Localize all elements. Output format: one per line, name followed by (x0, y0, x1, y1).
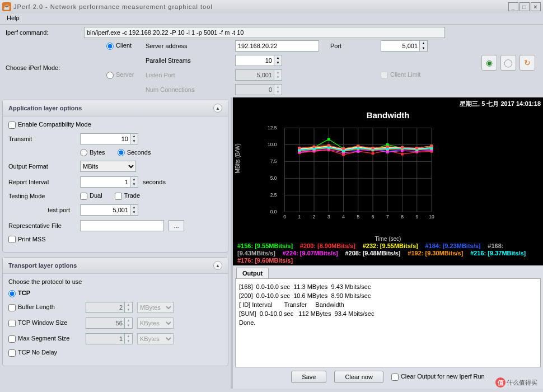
save-button[interactable]: Save (291, 371, 326, 383)
test-port-label: test port (8, 207, 76, 213)
output-format-label: Output Format (8, 163, 76, 170)
num-connections-label: Num Connections (146, 86, 230, 93)
chart-plot: 0.02.55.07.510.012.5123456789100 (264, 123, 437, 223)
svg-text:5: 5 (357, 214, 359, 220)
svg-text:10.0: 10.0 (268, 142, 277, 147)
svg-text:4: 4 (342, 214, 345, 220)
buffer-length-checkbox[interactable]: Buffer Length (8, 304, 81, 311)
clear-now-button[interactable]: Clear now (334, 371, 383, 383)
svg-rect-90 (386, 151, 389, 153)
svg-rect-124 (298, 147, 301, 150)
svg-text:8: 8 (401, 214, 404, 220)
svg-text:2: 2 (313, 214, 316, 220)
iperf-command-label: Iperf command: (6, 29, 78, 36)
svg-text:0.0: 0.0 (270, 209, 277, 214)
title-bar: ☕ JPerf 2.0 - Network performance measur… (0, 0, 543, 13)
java-icon: ☕ (2, 2, 11, 11)
tcp-window-unit: KBytes (137, 318, 174, 329)
rep-file-input[interactable] (80, 220, 164, 231)
parallel-streams-spinner[interactable]: ▲▼ (235, 55, 325, 66)
svg-text:5.0: 5.0 (270, 175, 277, 181)
chart-timestamp: 星期三, 5 七月 2017 14:01:18 (235, 100, 541, 108)
transport-options-header[interactable]: Transport layer options▲ (3, 258, 228, 274)
listen-port-spinner: ▲▼ (235, 69, 325, 81)
chart-legend: #156: [9.55MBits/s] #200: [8.90MBits/s] … (237, 242, 539, 264)
svg-rect-125 (313, 146, 316, 148)
bytes-radio[interactable]: Bytes (80, 149, 105, 157)
watermark: 值什么值得买 (495, 377, 537, 388)
svg-text:12.5: 12.5 (268, 125, 277, 130)
output-textarea[interactable]: [168] 0.0-10.0 sec 11.3 MBytes 9.43 Mbit… (235, 278, 541, 367)
max-segment-spinner: ▲▼ (86, 333, 133, 344)
print-mss-checkbox[interactable]: Print MSS (8, 236, 46, 244)
svg-text:9: 9 (415, 214, 418, 220)
app-options-header[interactable]: Application layer options▲ (3, 100, 228, 116)
svg-rect-51 (401, 153, 404, 156)
client-radio[interactable]: Client (106, 42, 132, 49)
output-format-select[interactable]: MBits (80, 161, 136, 172)
options-pane: Application layer options▲ Enable Compat… (0, 97, 231, 389)
svg-text:2.5: 2.5 (270, 192, 277, 198)
parallel-streams-label: Parallel Streams (146, 57, 230, 64)
tcp-radio[interactable]: TCP (8, 290, 30, 297)
report-interval-label: Report Interval (8, 179, 76, 185)
svg-rect-49 (372, 152, 375, 155)
client-limit-checkbox: Client Limit (381, 71, 448, 79)
seconds-radio[interactable]: Seconds (118, 149, 151, 157)
svg-rect-130 (386, 146, 389, 148)
window-title: JPerf 2.0 - Network performance measurem… (13, 3, 213, 10)
tcp-window-spinner: ▲▼ (86, 318, 133, 329)
svg-rect-36 (327, 138, 330, 141)
help-menu[interactable]: Help (3, 13, 23, 22)
compat-mode-checkbox[interactable]: Enable Compatibility Mode (8, 121, 91, 129)
svg-rect-133 (430, 144, 433, 147)
run-button[interactable]: ◉ (481, 55, 497, 71)
svg-rect-131 (401, 146, 404, 149)
minimize-button[interactable]: _ (508, 2, 518, 11)
svg-text:6: 6 (372, 214, 375, 220)
server-radio[interactable]: Server (106, 71, 134, 78)
server-address-input[interactable] (235, 40, 319, 52)
transmit-spinner[interactable]: ▲▼ (80, 133, 138, 144)
listen-port-label: Listen Port (146, 72, 230, 78)
tcp-window-checkbox[interactable]: TCP Window Size (8, 319, 81, 327)
iperf-command-input[interactable] (84, 27, 445, 38)
browse-file-button[interactable]: ... (168, 220, 184, 231)
choose-mode-label: Choose iPerf Mode: (6, 64, 78, 71)
chart-xlabel: Time (sec) (375, 236, 401, 242)
svg-rect-129 (372, 147, 375, 150)
buffer-length-unit: MBytes (137, 302, 174, 313)
testing-mode-label: Testing Mode (8, 193, 76, 199)
buffer-length-spinner: ▲▼ (86, 302, 133, 313)
svg-rect-127 (342, 147, 345, 150)
server-address-label: Server address (146, 43, 230, 49)
svg-rect-88 (357, 150, 359, 153)
menu-bar: Help (0, 13, 543, 25)
svg-text:10: 10 (429, 214, 434, 220)
max-segment-checkbox[interactable]: Max Segment Size (8, 335, 81, 343)
svg-text:7.5: 7.5 (270, 158, 277, 164)
tcp-no-delay-checkbox[interactable]: TCP No Delay (8, 349, 57, 357)
test-port-spinner[interactable]: ▲▼ (80, 204, 138, 216)
restart-button[interactable]: ↻ (519, 55, 535, 71)
chart-title: Bandwidth (235, 110, 541, 120)
num-connections-spinner: ▲▼ (235, 84, 325, 95)
dual-checkbox[interactable]: Dual (80, 192, 102, 200)
close-button[interactable]: × (531, 2, 541, 11)
maximize-button[interactable]: □ (519, 2, 530, 11)
rep-file-label: Representative File (8, 222, 76, 229)
stop-button[interactable]: ◯ (500, 55, 516, 71)
clear-output-checkbox[interactable]: Clear Output for new Iperf Run (391, 373, 485, 381)
chevron-up-icon: ▲ (213, 261, 222, 270)
trade-checkbox[interactable]: Trade (115, 192, 140, 200)
output-tab[interactable]: Output (236, 268, 269, 278)
svg-rect-126 (327, 144, 330, 147)
report-interval-spinner[interactable]: ▲▼ (80, 176, 138, 188)
chevron-up-icon: ▲ (213, 104, 222, 113)
port-spinner[interactable]: ▲▼ (381, 40, 448, 52)
svg-text:7: 7 (386, 214, 389, 220)
max-segment-unit: KBytes (137, 333, 174, 344)
choose-protocol-label: Choose the protocol to use (8, 278, 222, 285)
port-label: Port (330, 43, 375, 49)
svg-rect-128 (357, 144, 359, 147)
